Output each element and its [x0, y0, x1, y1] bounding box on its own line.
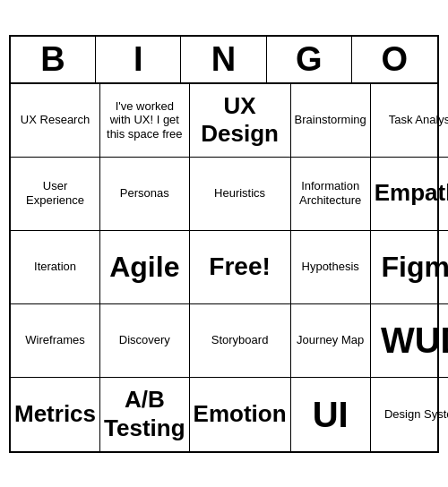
bingo-cell-0: UX Research	[11, 84, 100, 158]
bingo-cell-22: Emotion	[190, 378, 291, 451]
bingo-cell-12: Free!	[190, 231, 291, 304]
bingo-cell-14: Figma	[371, 231, 448, 304]
header-letter-N: N	[181, 37, 266, 82]
bingo-cell-11: Agile	[100, 231, 190, 304]
bingo-cell-15: Wireframes	[11, 304, 100, 378]
bingo-cell-19: WUD	[371, 304, 448, 378]
bingo-cell-10: Iteration	[11, 231, 100, 304]
bingo-cell-6: Personas	[100, 158, 190, 231]
header-letter-I: I	[96, 37, 181, 82]
bingo-cell-1: I've worked with UX! I get this space fr…	[100, 84, 190, 158]
bingo-cell-8: Information Architecture	[291, 158, 371, 231]
bingo-cell-3: Brainstorming	[291, 84, 371, 158]
bingo-cell-23: UI	[291, 378, 371, 451]
bingo-cell-2: UX Design	[190, 84, 291, 158]
bingo-cell-9: Empathy	[371, 158, 448, 231]
bingo-cell-18: Journey Map	[291, 304, 371, 378]
bingo-cell-16: Discovery	[100, 304, 190, 378]
header-letter-B: B	[11, 37, 96, 82]
bingo-cell-20: Metrics	[11, 378, 100, 451]
bingo-cell-24: Design System	[371, 378, 448, 451]
header-letter-O: O	[352, 37, 437, 82]
bingo-grid: UX ResearchI've worked with UX! I get th…	[11, 84, 437, 451]
bingo-cell-17: Storyboard	[190, 304, 291, 378]
header-letter-G: G	[267, 37, 352, 82]
bingo-cell-13: Hypothesis	[291, 231, 371, 304]
bingo-cell-4: Task Analysis	[371, 84, 448, 158]
bingo-cell-7: Heuristics	[190, 158, 291, 231]
bingo-card: BINGO UX ResearchI've worked with UX! I …	[9, 35, 439, 453]
bingo-cell-5: User Experience	[11, 158, 100, 231]
bingo-header: BINGO	[11, 37, 437, 84]
bingo-cell-21: A/B Testing	[100, 378, 190, 451]
